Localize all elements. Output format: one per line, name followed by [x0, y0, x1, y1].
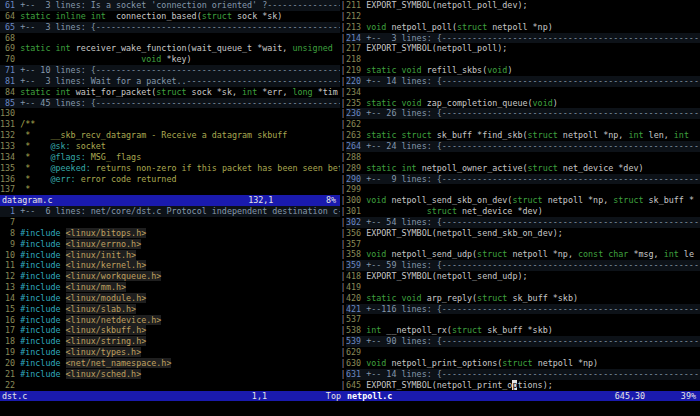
code-line[interactable]: 131 /** — [0, 119, 340, 130]
code-line[interactable]: 218 — [346, 54, 700, 65]
code-line[interactable]: 64 static inline int connection_based(st… — [0, 11, 340, 22]
code-line[interactable]: 262 — [346, 119, 700, 130]
code-line[interactable]: 17 #include <linux/skbuff.h> — [0, 325, 340, 336]
statusline-filename: dst.c — [2, 391, 27, 402]
code-line[interactable]: 420 static void arp_reply(struct sk_buff… — [346, 293, 700, 304]
code-text: returns non-zero if this packet has been… — [91, 163, 340, 173]
line-number: 264 — [346, 141, 366, 151]
code-line[interactable]: 299 — [346, 184, 700, 195]
code-line[interactable]: 20 #include <net/net_namespace.h> — [0, 358, 340, 369]
folded-code-line[interactable]: 65 +-- 3 lines: {-----------------------… — [0, 22, 340, 33]
code-text: struct — [452, 325, 482, 335]
code-line[interactable]: 70 void *key) — [0, 54, 340, 65]
code-line[interactable]: 137 * — [0, 184, 340, 195]
code-text: void — [366, 22, 386, 32]
folded-code-line[interactable]: 71 +-- 10 lines: {----------------------… — [0, 65, 340, 76]
code-text: /** — [20, 119, 35, 129]
code-line[interactable]: 645 EXPORT_SYMBOL(netpoll_print_options)… — [346, 380, 700, 391]
code-line[interactable]: 537 — [346, 314, 700, 325]
code-text: sk_buff *skb) — [482, 325, 553, 335]
code-line[interactable]: 629 — [346, 347, 700, 358]
code-line[interactable]: 15 #include <linux/slab.h> — [0, 304, 340, 315]
code-text: <linux/bitops.h> — [66, 228, 147, 238]
code-line[interactable]: 212 — [346, 11, 700, 22]
code-line[interactable]: 9 #include <linux/errno.h> — [0, 239, 340, 250]
code-line[interactable]: 10 #include <linux/init.h> — [0, 250, 340, 261]
code-line[interactable]: 18 #include <linux/string.h> — [0, 336, 340, 347]
code-line[interactable]: 8 #include <linux/bitops.h> — [0, 228, 340, 239]
code-text: static inline int — [20, 11, 106, 21]
editor-pane-datagram[interactable]: 61 +-- 3 lines: Is a socket 'connection … — [0, 0, 340, 195]
line-number: 211 — [346, 0, 366, 10]
code-line[interactable]: 356 EXPORT_SYMBOL(netpoll_send_skb_on_de… — [346, 228, 700, 239]
code-line[interactable]: 69 static int receiver_wake_function(wai… — [0, 43, 340, 54]
code-line[interactable]: 21 #include <linux/sched.h> — [0, 369, 340, 380]
code-text: static int — [20, 43, 70, 53]
code-line[interactable]: 133 * @sk: socket — [0, 141, 340, 152]
code-line[interactable]: 263 static struct sk_buff *find_skb(stru… — [346, 130, 700, 141]
code-line[interactable]: 134 * @flags: MSG_ flags — [0, 152, 340, 163]
code-line[interactable]: 211 EXPORT_SYMBOL(netpoll_poll_dev); — [346, 0, 700, 11]
code-line[interactable]: 135 * @peeked: returns non-zero if this … — [0, 163, 340, 174]
folded-code-line[interactable]: 85 +-- 45 lines: {----------------------… — [0, 98, 340, 109]
code-line[interactable]: 357 — [346, 239, 700, 250]
code-line[interactable]: 213 void netpoll_poll(struct netpoll *np… — [346, 22, 700, 33]
code-line[interactable]: 234 — [346, 87, 700, 98]
code-line[interactable]: 136 * @err: error code returned — [0, 174, 340, 185]
folded-code-line[interactable]: 302 +-- 54 lines: {---------------------… — [346, 217, 700, 228]
code-text: <linux/errno.h> — [66, 239, 142, 249]
line-number: 288 — [346, 152, 366, 162]
code-line[interactable]: 84 static int wait_for_packet(struct soc… — [0, 87, 340, 98]
code-line[interactable]: 289 static int netpoll_owner_active(stru… — [346, 163, 700, 174]
code-line[interactable]: 130 — [0, 108, 340, 119]
code-text: struct — [202, 11, 232, 21]
line-number: 290 — [346, 174, 366, 184]
statusline-datagram[interactable]: datagram.c 132,1 8% — [0, 195, 340, 206]
line-number: 15 — [0, 304, 20, 314]
folded-code-line[interactable]: 264 +-- 24 lines: {---------------------… — [346, 141, 700, 152]
code-line[interactable]: 12 #include <linux/workqueue.h> — [0, 271, 340, 282]
code-line[interactable]: 13 #include <linux/mm.h> — [0, 282, 340, 293]
code-line[interactable]: 288 — [346, 152, 700, 163]
folded-code-line[interactable]: 61 +-- 3 lines: Is a socket 'connection … — [0, 0, 340, 11]
code-line[interactable]: 358 void netpoll_send_udp(struct netpoll… — [346, 249, 700, 260]
code-line[interactable]: 235 static void zap_completion_queue(voi… — [346, 98, 700, 109]
code-line[interactable]: 630 void netpoll_print_options(struct ne… — [346, 358, 700, 369]
code-line[interactable]: 22 — [0, 380, 340, 391]
statusline-filename: datagram.c — [2, 195, 52, 206]
folded-code-line[interactable]: 81 +-- 3 lines: Wait for a packet..-----… — [0, 76, 340, 87]
folded-code-line[interactable]: 631 +-- 14 lines: {---------------------… — [346, 369, 700, 380]
folded-code-line[interactable]: 421 +--116 lines: {---------------------… — [346, 304, 700, 315]
code-line[interactable]: 7 — [0, 217, 340, 228]
editor-pane-netpoll[interactable]: 211 EXPORT_SYMBOL(netpoll_poll_dev);212 … — [346, 0, 700, 391]
code-line[interactable]: 301 struct net_device *dev) — [346, 206, 700, 217]
code-line[interactable]: 538 int __netpoll_rx(struct sk_buff *skb… — [346, 325, 700, 336]
code-text: #include — [20, 336, 65, 346]
line-number: 65 — [0, 22, 20, 32]
statusline-netpoll[interactable]: netpoll.c 645,30 39% — [345, 391, 700, 402]
code-text: net_device *dev) — [558, 163, 644, 173]
code-line[interactable]: 418 EXPORT_SYMBOL(netpoll_send_udp); — [346, 271, 700, 282]
code-line[interactable]: 217 EXPORT_SYMBOL(netpoll_poll); — [346, 43, 700, 54]
code-line[interactable]: 14 #include <linux/module.h> — [0, 293, 340, 304]
code-line[interactable]: 68 — [0, 33, 340, 44]
code-line[interactable]: 419 — [346, 282, 700, 293]
code-line[interactable]: 132 * __skb_recv_datagram - Receive a da… — [0, 130, 340, 141]
fold-text: +-- 45 lines: {-------------------------… — [20, 98, 340, 108]
code-line[interactable]: 219 static void refill_skbs(void) — [346, 65, 700, 76]
code-text: __netpoll_rx( — [381, 325, 452, 335]
folded-code-line[interactable]: 359 +-- 59 lines: {---------------------… — [346, 260, 700, 271]
folded-code-line[interactable]: 290 +-- 9 lines: {----------------------… — [346, 174, 700, 185]
folded-code-line[interactable]: 1 +-- 6 lines: net/core/dst.c Protocol i… — [0, 206, 340, 217]
code-line[interactable]: 19 #include <linux/types.h> — [0, 347, 340, 358]
folded-code-line[interactable]: 236 +-- 26 lines: {---------------------… — [346, 108, 700, 119]
code-line[interactable]: 16 #include <linux/netdevice.h> — [0, 315, 340, 326]
code-line[interactable]: 300 void netpoll_send_skb_on_dev(struct … — [346, 195, 700, 206]
folded-code-line[interactable]: 539 +-- 90 lines: {---------------------… — [346, 336, 700, 347]
editor-pane-dst[interactable]: 1 +-- 6 lines: net/core/dst.c Protocol i… — [0, 206, 340, 390]
code-line[interactable]: 11 #include <linux/kernel.h> — [0, 260, 340, 271]
folded-code-line[interactable]: 214 +-- 3 lines: {----------------------… — [346, 33, 700, 44]
line-number: 357 — [346, 239, 366, 249]
statusline-dst[interactable]: dst.c 1,1 Top — [0, 391, 345, 402]
folded-code-line[interactable]: 220 +-- 14 lines: {---------------------… — [346, 76, 700, 87]
